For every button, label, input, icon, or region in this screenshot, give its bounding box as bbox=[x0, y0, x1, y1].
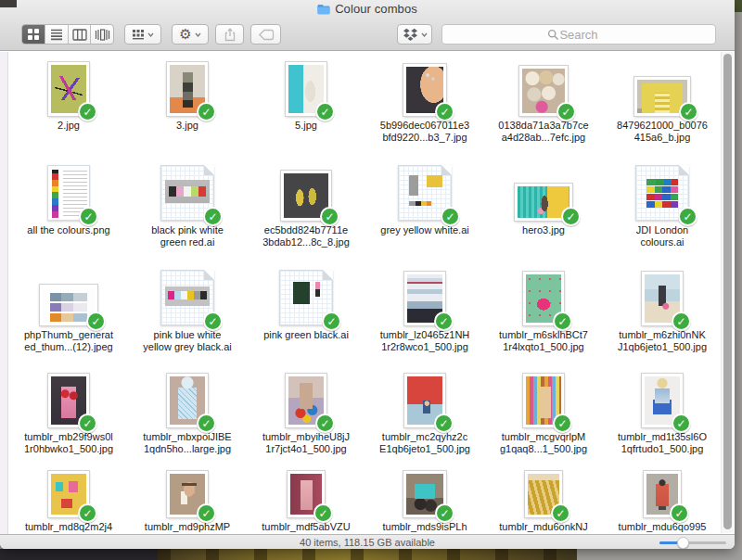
dropbox-icon bbox=[403, 28, 418, 42]
file-item[interactable]: ✓ tumblr_m6zhi0nNKJ1qb6jeto1_500.jpg bbox=[603, 268, 722, 370]
file-name: black pink whitegreen red.ai bbox=[151, 224, 224, 248]
file-thumbnail: ✓ bbox=[523, 370, 564, 427]
file-thumbnail: ✓ bbox=[160, 268, 214, 325]
file-item[interactable]: ✓ 0138da71a3a7b7cea4d28ab...7efc.jpg bbox=[484, 58, 603, 163]
desktop-background bbox=[0, 549, 158, 560]
file-item[interactable]: ✓ tumblr_mb29f9ws0l1r0hbwko1_500.jpg bbox=[9, 370, 128, 469]
file-name: tumblr_mbxpoiJIBE1qdn5ho...large.jpg bbox=[143, 431, 231, 455]
file-thumbnail: ✓ bbox=[525, 469, 562, 517]
dropbox-synced-badge-icon: ✓ bbox=[203, 312, 223, 331]
chevron-down-icon bbox=[147, 32, 154, 37]
gear-icon: ⚙ bbox=[179, 27, 191, 41]
file-thumbnail: ✓ bbox=[48, 58, 89, 116]
dropbox-menu-button[interactable] bbox=[397, 24, 432, 45]
chevron-down-icon bbox=[421, 32, 428, 37]
file-thumbnail: ✓ bbox=[642, 268, 683, 325]
file-thumbnail: ✓ bbox=[519, 58, 568, 116]
file-name: tumblr_mbyiheU8jJ1r7jct4o1_500.jpg bbox=[262, 431, 350, 455]
file-thumbnail: ✓ bbox=[403, 58, 446, 116]
finder-window: Colour combos bbox=[0, 0, 735, 549]
file-item[interactable]: ✓ ec5bdd824b7711e3bdab12...8c_8.jpg bbox=[247, 163, 365, 268]
file-name: tumblr_mds9isPLh bbox=[382, 521, 467, 533]
file-name: 2.jpg bbox=[58, 120, 80, 132]
file-thumbnail: ✓ bbox=[635, 163, 689, 221]
file-name: 5.jpg bbox=[295, 120, 317, 132]
scrollbar-track[interactable] bbox=[721, 52, 734, 533]
file-name: tumblr_mb29f9ws0l1r0hbwko1_500.jpg bbox=[24, 431, 113, 455]
file-item[interactable]: ✓ tumblr_mdf5abVZU bbox=[247, 469, 365, 534]
dropbox-synced-badge-icon: ✓ bbox=[315, 102, 335, 121]
file-name: JDI Londoncolours.ai bbox=[636, 224, 688, 248]
status-bar: 40 items, 118.15 GB available bbox=[0, 534, 735, 549]
file-name: pink blue whiteyellow grey black.ai bbox=[143, 329, 231, 353]
scrollbar-thumb[interactable] bbox=[723, 54, 732, 529]
coverflow-view-icon bbox=[95, 29, 110, 41]
file-thumbnail: ✓ bbox=[404, 268, 445, 325]
coverflow-view-button[interactable] bbox=[90, 25, 113, 44]
file-item[interactable]: ✓ JDI Londoncolours.ai bbox=[603, 163, 722, 268]
file-item[interactable]: ✓ tumblr_md1t35sl6O1qfrtudo1_500.jpg bbox=[603, 370, 722, 469]
file-item[interactable]: ✓ tumblr_mcgvqrlpMg1qaq8...1_500.jpg bbox=[484, 370, 603, 469]
file-item[interactable]: ✓ black pink whitegreen red.ai bbox=[128, 163, 247, 268]
file-item[interactable]: ✓ hero3.jpg bbox=[484, 163, 603, 268]
file-thumbnail: ✓ bbox=[160, 163, 214, 221]
icon-view-icon bbox=[27, 28, 40, 41]
tag-button[interactable] bbox=[250, 24, 281, 45]
file-thumbnail: ✓ bbox=[47, 163, 90, 221]
file-thumbnail: ✓ bbox=[286, 58, 326, 116]
tag-icon bbox=[258, 29, 275, 41]
file-item[interactable]: ✓ tumblr_mbyiheU8jJ1r7jct4o1_500.jpg bbox=[247, 370, 365, 469]
view-mode-segment bbox=[21, 24, 114, 45]
file-name: hero3.jpg bbox=[522, 224, 565, 236]
dropbox-synced-badge-icon: ✓ bbox=[553, 414, 572, 433]
file-item[interactable]: ✓ tumblr_md8q2m2j4 bbox=[9, 469, 128, 534]
file-item[interactable]: ✓ all the colours.png bbox=[9, 163, 128, 268]
file-thumbnail: ✓ bbox=[48, 469, 89, 517]
file-name: 8479621000_b0076415a6_b.jpg bbox=[617, 120, 708, 144]
search-input[interactable] bbox=[442, 25, 715, 44]
dropbox-synced-badge-icon: ✓ bbox=[78, 414, 97, 433]
icon-size-slider[interactable] bbox=[659, 537, 726, 548]
file-item[interactable]: ✓ phpThumb_generated_thum...(12).jpeg bbox=[9, 268, 128, 370]
file-item[interactable]: ✓ 8479621000_b0076415a6_b.jpg bbox=[603, 58, 722, 163]
file-item[interactable]: ✓ pink green black.ai bbox=[247, 268, 365, 370]
share-button[interactable] bbox=[215, 24, 244, 45]
file-item[interactable]: ✓ tumblr_md9phzMP bbox=[128, 469, 247, 534]
dropbox-synced-badge-icon: ✓ bbox=[434, 312, 454, 331]
file-thumbnail: ✓ bbox=[167, 469, 208, 517]
dropbox-synced-badge-icon: ✓ bbox=[315, 414, 335, 433]
file-item[interactable]: ✓ grey yellow white.ai bbox=[365, 163, 484, 268]
slider-knob[interactable] bbox=[677, 537, 689, 549]
file-item[interactable]: ✓ pink blue whiteyellow grey black.ai bbox=[128, 268, 247, 370]
file-name: tumblr_md9phzMP bbox=[145, 521, 230, 533]
dropbox-synced-badge-icon: ✓ bbox=[322, 312, 341, 331]
dropbox-synced-badge-icon: ✓ bbox=[78, 102, 97, 121]
window-titlebar[interactable]: Colour combos bbox=[0, 0, 735, 18]
file-item[interactable]: ✓ tumblr_mdu6qo995 bbox=[603, 469, 722, 534]
file-item[interactable]: ✓ tumblr_mbxpoiJIBE1qdn5ho...large.jpg bbox=[128, 370, 247, 469]
chevron-down-icon bbox=[195, 32, 201, 37]
file-name: 0138da71a3a7b7cea4d28ab...7efc.jpg bbox=[498, 120, 588, 144]
file-item[interactable]: ✓ 5b996dec067011e3bfd9220...b3_7.jpg bbox=[365, 58, 484, 163]
file-browser-content: ✓ 2.jpg ✓ 3.jpg ✓ 5.jpg ✓ 5b996dec067011 bbox=[0, 52, 735, 534]
file-item[interactable]: ✓ 3.jpg bbox=[128, 58, 247, 163]
dropbox-synced-badge-icon: ✓ bbox=[320, 207, 339, 226]
dropbox-synced-badge-icon: ✓ bbox=[79, 207, 98, 226]
dropbox-synced-badge-icon: ✓ bbox=[441, 207, 460, 226]
column-view-button[interactable] bbox=[68, 25, 91, 44]
dropbox-synced-badge-icon: ✓ bbox=[670, 503, 689, 523]
file-item[interactable]: ✓ 2.jpg bbox=[9, 58, 128, 163]
list-view-button[interactable] bbox=[45, 25, 68, 44]
file-item[interactable]: ✓ tumblr_lz0465z1NH1r2r8wco1_500.jpg bbox=[365, 268, 484, 370]
file-name: 3.jpg bbox=[176, 120, 198, 132]
file-name: tumblr_md1t35sl6O1qfrtudo1_500.jpg bbox=[618, 431, 707, 455]
icon-view-button[interactable] bbox=[22, 25, 45, 44]
action-menu-button[interactable]: ⚙ bbox=[172, 24, 209, 45]
file-item[interactable]: ✓ tumblr_mc2qyhz2cE1qb6jeto1_500.jpg bbox=[365, 370, 484, 469]
dropbox-synced-badge-icon: ✓ bbox=[203, 207, 223, 226]
file-item[interactable]: ✓ 5.jpg bbox=[247, 58, 365, 163]
arrange-menu-button[interactable] bbox=[124, 24, 161, 45]
file-item[interactable]: ✓ tumblr_mdu6onkNJ bbox=[484, 469, 603, 534]
file-item[interactable]: ✓ tumblr_m6sklhBCt71r4lxqto1_500.jpg bbox=[484, 268, 603, 370]
file-item[interactable]: ✓ tumblr_mds9isPLh bbox=[365, 469, 484, 534]
